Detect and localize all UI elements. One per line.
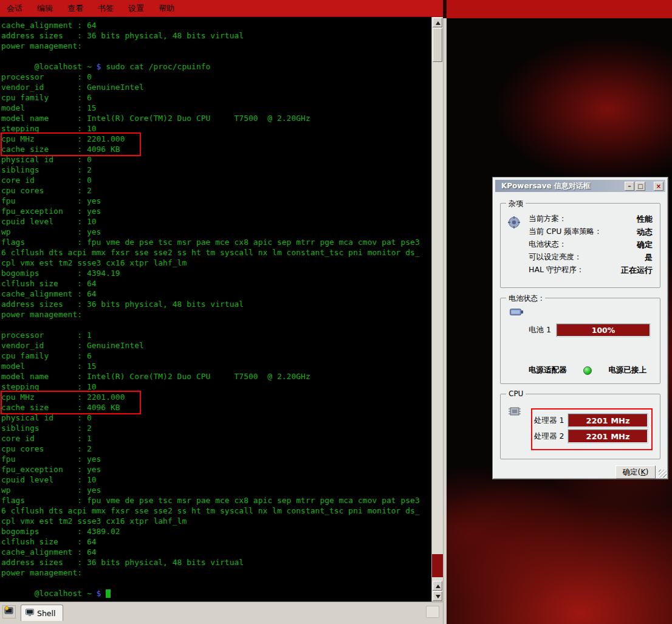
konsole-window: 会话编辑查看书签设置帮助 cache_alignment : 64address… — [0, 0, 443, 624]
terminal-line: cpu cores : 2 — [1, 185, 431, 196]
ac-power-row: 电源适配器 电源已接上 — [529, 365, 646, 375]
terminal-line: fpu : yes — [1, 454, 431, 464]
scheme-icon — [507, 216, 521, 231]
scroll-down-button[interactable] — [433, 591, 442, 601]
battery-group: 电池状态 : 电池 1 100% 电源适配器 — [500, 298, 660, 384]
scrollbar-red-marker — [432, 554, 443, 577]
menubar: 会话编辑查看书签设置帮助 — [0, 0, 443, 17]
terminal-line: bogomips : 4389.02 — [1, 526, 431, 537]
new-session-icon — [4, 606, 14, 618]
terminal-line: cache size : 4096 KB — [1, 402, 431, 413]
terminal-line: core id : 1 — [1, 433, 431, 444]
terminal-line: 6 clflush dts acpi mmx fxsr sse sse2 ss … — [1, 247, 431, 258]
terminal-line: power management: — [1, 309, 431, 320]
scroll-up-button-bottom[interactable] — [433, 581, 442, 591]
tab-label: Shell — [37, 609, 56, 618]
field-value: 动态 — [637, 227, 653, 238]
wallpaper-red-strip — [443, 0, 672, 18]
menu-item[interactable]: 会话 — [7, 3, 22, 14]
field-label: 电池状态 : — [529, 239, 564, 250]
cpu-frequency-bar: 2201 MHz — [568, 430, 648, 443]
dialog-titlebar[interactable]: KPowersave 信息对话框 – □ × — [495, 180, 665, 192]
ac-adapter-label: 电源适配器 — [529, 365, 567, 375]
terminal-line: flags : fpu vme de pse tsc msr pae mce c… — [1, 237, 431, 247]
terminal-line: cpu MHz : 2201.000 — [1, 134, 431, 144]
cpu-frequency-bar: 2201 MHz — [568, 414, 648, 427]
field-label: 可以设定亮度 : — [529, 252, 579, 262]
resize-grip[interactable] — [659, 470, 667, 478]
terminal-line: address sizes : 36 bits physical, 48 bit… — [1, 30, 431, 41]
field-label: 当前方案 : — [529, 214, 564, 224]
maximize-button[interactable]: □ — [636, 182, 645, 191]
scrollbar-thumb[interactable] — [433, 28, 442, 62]
battery-percent: 100% — [592, 326, 615, 335]
minimize-button[interactable]: – — [625, 182, 634, 191]
ok-row: 确定(K) — [500, 465, 660, 479]
field-value: 正在运行 — [621, 265, 653, 276]
terminal-icon — [26, 609, 34, 618]
terminal-line: cpu family : 6 — [1, 92, 431, 103]
misc-group-title: 杂项 — [506, 199, 526, 209]
field-label: HAL 守护程序 : — [529, 265, 581, 275]
terminal-line: wp : yes — [1, 485, 431, 495]
terminal-line: physical id : 0 — [1, 413, 431, 423]
maximize-icon: □ — [637, 183, 643, 190]
session-tabbar: Shell — [0, 602, 443, 624]
tab-shell[interactable]: Shell — [21, 605, 63, 621]
terminal-scrollbar[interactable] — [431, 17, 443, 602]
terminal-line: cache size : 4096 KB — [1, 144, 431, 154]
window-border-top — [443, 0, 447, 18]
misc-row: 可以设定亮度 :是 — [529, 251, 653, 264]
terminal-line: cpu family : 6 — [1, 351, 431, 361]
terminal-line: address sizes : 36 bits physical, 48 bit… — [1, 557, 431, 567]
terminal-line: vendor_id : GenuineIntel — [1, 82, 431, 92]
misc-row: HAL 守护程序 :正在运行 — [529, 264, 653, 276]
terminal-line: siblings : 2 — [1, 423, 431, 433]
cpu-group-title: CPU — [506, 389, 526, 398]
terminal-line — [1, 51, 431, 61]
terminal-line: power management: — [1, 41, 431, 51]
window-border — [443, 18, 447, 624]
dialog-body: 杂项 当前方案 :性能当前 CPU 频率策略 :动态电池状态 :确定可以设定亮度… — [495, 192, 665, 479]
field-value: 性能 — [637, 214, 653, 225]
terminal-line: fpu : yes — [1, 196, 431, 206]
terminal-line: clflush size : 64 — [1, 537, 431, 547]
terminal-line: flags : fpu vme de pse tsc msr pae mce c… — [1, 495, 431, 506]
terminal-line: vendor_id : GenuineIntel — [1, 340, 431, 351]
session-list-button[interactable] — [426, 606, 439, 618]
misc-row: 电池状态 :确定 — [529, 238, 653, 251]
close-button[interactable]: × — [654, 182, 663, 191]
ac-power-led — [583, 366, 592, 375]
menu-item[interactable]: 编辑 — [37, 3, 53, 14]
kpowersave-dialog: KPowersave 信息对话框 – □ × 杂项 当前方 — [492, 177, 668, 479]
terminal-line: siblings : 2 — [1, 165, 431, 175]
terminal-line: processor : 0 — [1, 72, 431, 82]
menu-item[interactable]: 帮助 — [159, 3, 174, 14]
battery-icon — [510, 308, 523, 318]
field-value: 确定 — [637, 239, 653, 250]
ok-accel-key: K — [640, 467, 645, 476]
cpu-label: 处理器 2 — [534, 431, 568, 442]
scroll-up-button[interactable] — [433, 18, 442, 27]
dialog-title: KPowersave 信息对话框 — [501, 181, 623, 191]
ok-button[interactable]: 确定(K) — [615, 465, 656, 479]
terminal-line: core id : 0 — [1, 175, 431, 185]
cpu-rows-annotation-box: 处理器 12201 MHz处理器 22201 MHz — [531, 408, 653, 450]
terminal-line: cpu MHz : 2201.000 — [1, 392, 431, 402]
terminal-line: model name : Intel(R) Core(TM)2 Duo CPU … — [1, 113, 431, 123]
menu-item[interactable]: 设置 — [128, 3, 144, 14]
battery-meter: 100% — [557, 324, 650, 337]
menu-item[interactable]: 查看 — [67, 3, 83, 14]
battery-group-title: 电池状态 : — [506, 293, 545, 304]
cpu-icon — [507, 405, 522, 419]
cpu-row: 处理器 12201 MHz — [534, 414, 648, 427]
menu-item[interactable]: 书签 — [98, 3, 114, 14]
ok-label: 确定( — [623, 467, 641, 476]
terminal-line: physical id : 0 — [1, 154, 431, 165]
new-session-button[interactable] — [2, 605, 16, 619]
terminal-prompt-line: @localhost ~ $ — [1, 588, 431, 598]
ok-label-suffix: ) — [646, 467, 649, 476]
misc-group: 杂项 当前方案 :性能当前 CPU 频率策略 :动态电池状态 :确定可以设定亮度… — [500, 203, 660, 288]
terminal-line: 6 clflush dts acpi mmx fxsr sse sse2 ss … — [1, 506, 431, 516]
battery-row: 电池 1 100% — [529, 324, 650, 337]
